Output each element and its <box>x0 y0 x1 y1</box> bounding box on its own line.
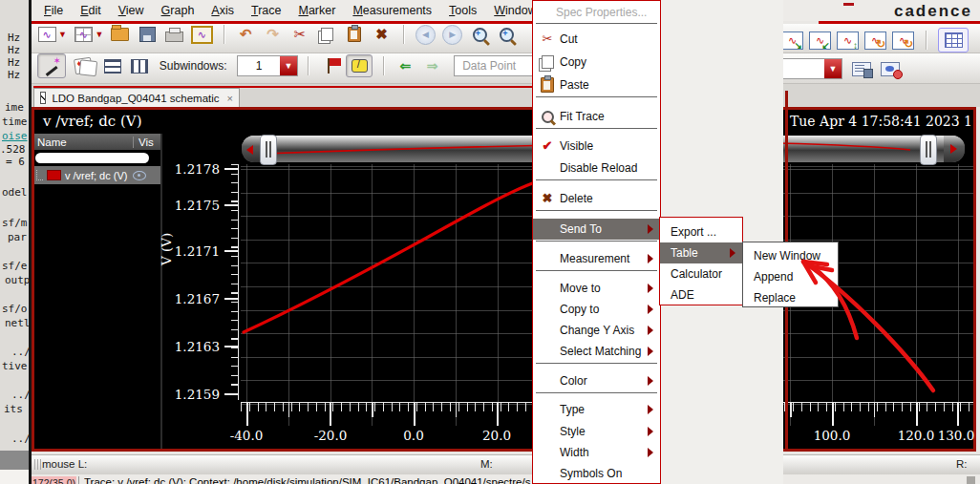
previous-point-icon[interactable]: ⇐ <box>394 55 416 76</box>
submenu-item-new-window[interactable]: New Window <box>743 245 838 266</box>
menu-item-measurement[interactable]: Measurement <box>533 248 660 269</box>
menu-item-change-y-axis[interactable]: Change Y Axis <box>533 320 660 341</box>
new-graph-icon[interactable]: ∿ <box>35 24 58 45</box>
flag-icon[interactable] <box>319 55 342 76</box>
menu-marker[interactable]: Marker <box>289 2 344 19</box>
new-subwindow-icon[interactable]: ∿ <box>72 24 95 45</box>
menu-item-select-matching[interactable]: Select Matching <box>533 341 660 362</box>
panel-plot-divider[interactable] <box>160 134 162 449</box>
submenu-item-replace[interactable]: Replace <box>743 287 838 308</box>
submenu-item-calculator[interactable]: Calculator <box>660 263 742 284</box>
menu-item-copy-to[interactable]: Copy to <box>533 299 660 320</box>
submenu-item-export[interactable]: Export ... <box>660 221 742 242</box>
undo-icon[interactable]: ↶ <box>234 24 257 45</box>
panel-scroll-pill[interactable] <box>35 153 149 163</box>
menu-trace[interactable]: Trace <box>243 2 290 19</box>
back-icon[interactable]: ◀ <box>414 24 437 45</box>
split-horizontal-icon[interactable] <box>101 55 124 76</box>
zoom-out-icon[interactable]: + <box>468 24 491 45</box>
graph-tab-icon <box>40 92 46 104</box>
background-window-block <box>0 451 29 470</box>
menu-item-move-to[interactable]: Move to <box>533 278 660 299</box>
scrollbar-left-handle[interactable] <box>260 135 277 165</box>
zoom-in-icon[interactable]: + <box>496 24 519 45</box>
zoom-fit-xy-icon[interactable]: ∿↘ <box>781 32 803 50</box>
reload-icon[interactable]: ∿↻ <box>892 32 914 50</box>
menu-axis[interactable]: Axis <box>202 2 243 19</box>
y-major-tick <box>224 393 239 395</box>
scrollbar-right-handle[interactable] <box>920 135 937 165</box>
annotation-bubble-icon[interactable] <box>346 54 373 77</box>
menu-graph[interactable]: Graph <box>153 2 203 19</box>
name-column-header[interactable]: Name <box>34 137 134 148</box>
menu-file[interactable]: File <box>35 2 72 19</box>
new-subwindow-dropdown-icon[interactable]: ▼ <box>95 30 104 39</box>
submenu-arrow-icon <box>648 224 653 234</box>
subwindows-dropdown-icon[interactable]: ▼ <box>280 56 297 75</box>
save-icon[interactable] <box>136 24 159 45</box>
forward-icon[interactable]: ▶ <box>441 24 464 45</box>
menu-item-delete[interactable]: ✖Delete <box>533 188 660 209</box>
wand-icon[interactable] <box>37 53 66 78</box>
mouse-left-label: mouse L: <box>42 458 87 470</box>
paste-icon[interactable] <box>343 24 366 45</box>
new-graph-dropdown-icon[interactable]: ▼ <box>58 30 68 39</box>
menu-item-type[interactable]: Type <box>533 399 660 420</box>
x-tick-label: 130.0 <box>938 428 975 443</box>
menu-item-width[interactable]: Width <box>533 442 660 463</box>
right-select[interactable]: ▼ <box>781 58 842 79</box>
trace-panel-header: Name Vis <box>34 134 161 150</box>
print-icon[interactable] <box>163 24 186 45</box>
menu-edit[interactable]: Edit <box>72 2 110 19</box>
graph-title: v /vref; dc (V) <box>43 113 142 130</box>
save-list-icon[interactable] <box>852 62 871 76</box>
menu-item-disable-reload[interactable]: Disable Reload <box>533 158 660 179</box>
split-vertical-icon[interactable] <box>128 55 151 76</box>
x-major-tick <box>330 403 331 426</box>
scrollbar-left-arrow-icon[interactable] <box>242 136 260 162</box>
trace-list-item[interactable]: v /vref; dc (V) <box>34 166 161 184</box>
disable-view-icon[interactable] <box>881 62 900 76</box>
menu-tools[interactable]: Tools <box>440 2 485 19</box>
zoom-fit-y-icon[interactable]: ∿↕ <box>837 32 859 50</box>
reload-add-icon[interactable]: ∿↻ <box>864 32 886 50</box>
zoom-fit-x-icon[interactable]: ∿↙ <box>809 32 831 50</box>
menu-item-fit-trace[interactable]: Fit Trace <box>533 106 660 127</box>
menu-item-style[interactable]: Style <box>533 421 660 442</box>
tab-ldo-bandgap[interactable]: LDO Bandgap_Q04041 schematic × <box>33 88 240 107</box>
redo-icon[interactable]: ↷ <box>262 24 285 45</box>
submenu-item-append[interactable]: Append <box>743 266 838 287</box>
right-select-dropdown-icon[interactable]: ▼ <box>824 59 842 78</box>
menu-item-paste[interactable]: Paste <box>533 74 660 95</box>
menu-view[interactable]: View <box>110 2 153 19</box>
submenu-item-table[interactable]: Table <box>660 242 742 263</box>
trace-color-swatch[interactable] <box>47 170 61 180</box>
copy-icon <box>540 54 555 70</box>
viva-graph-window: Hz Hz Hz Hz ime time oise .528 = 6 odel … <box>0 0 980 484</box>
terminal-fragment: time <box>2 116 28 128</box>
copy-icon[interactable] <box>316 24 339 45</box>
delete-icon[interactable]: ✖ <box>370 24 393 45</box>
menu-item-cut[interactable]: ✂Cut <box>533 29 660 50</box>
open-folder-icon[interactable] <box>109 24 132 45</box>
delete-x-icon: ✖ <box>540 191 555 206</box>
tab-close-icon[interactable]: × <box>227 93 233 104</box>
cards-icon[interactable] <box>70 55 96 76</box>
menu-item-visible[interactable]: ✔Visible <box>533 136 660 157</box>
toolbar-zoom-cluster: ∿↘ ∿↙ ∿↕ ∿↻ ∿↻ <box>781 28 969 53</box>
menu-item-color[interactable]: Color <box>533 370 660 391</box>
vis-column-header[interactable]: Vis <box>134 137 154 148</box>
menu-item-copy[interactable]: Copy <box>533 52 660 73</box>
submenu-item-ade[interactable]: ADE <box>660 284 742 305</box>
cut-icon[interactable]: ✂ <box>288 24 311 45</box>
menu-item-symbols-on[interactable]: Symbols On <box>533 463 660 484</box>
table-grid-button[interactable] <box>938 28 969 53</box>
visibility-eye-icon[interactable] <box>133 171 146 180</box>
subwindows-select[interactable]: 1▼ <box>237 55 298 76</box>
snapshot-icon[interactable]: ∿ <box>190 24 213 45</box>
menu-item-send-to[interactable]: Send To <box>533 219 660 240</box>
statusbar-grip[interactable] <box>34 459 41 470</box>
next-point-icon[interactable]: ⇒ <box>421 55 444 76</box>
menu-measurements[interactable]: Measurements <box>344 2 440 19</box>
resize-grip[interactable] <box>967 476 975 484</box>
